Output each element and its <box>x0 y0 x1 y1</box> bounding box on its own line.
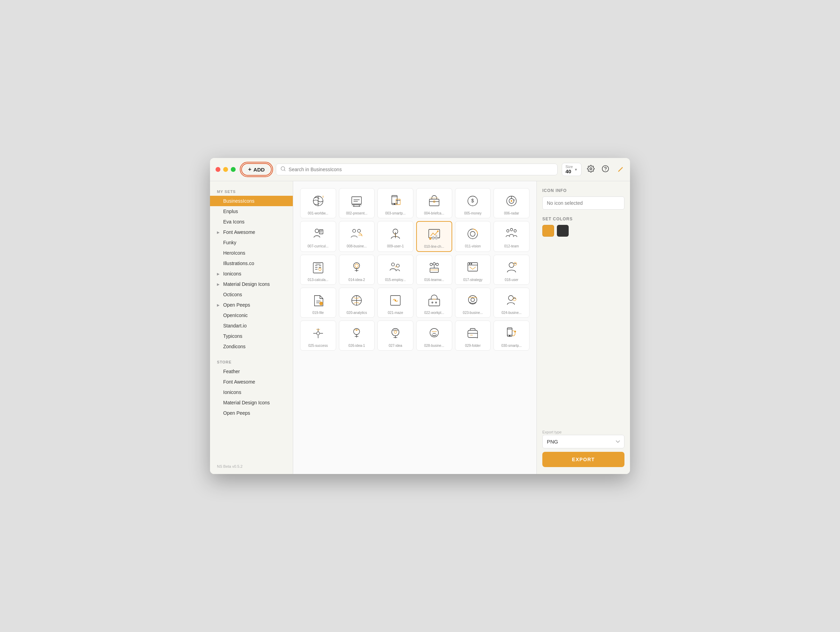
icons-grid: $001-worldw...002-present...003-smartp..… <box>300 188 529 351</box>
icon-label-008: 008-busine... <box>341 244 373 248</box>
icon-cell-017[interactable]: 017-strategy <box>455 255 491 285</box>
icon-cell-011[interactable]: 011-vision <box>455 221 491 252</box>
svg-point-52 <box>514 230 516 232</box>
icon-cell-003[interactable]: 003-smartp... <box>377 188 414 218</box>
minimize-button[interactable] <box>223 167 228 172</box>
svg-point-86 <box>395 299 396 301</box>
icon-cell-006[interactable]: 006-radar <box>493 188 529 218</box>
sidebar-item-funky[interactable]: Funky <box>210 237 293 248</box>
settings-icon[interactable] <box>586 164 596 176</box>
sidebar-item-materialdesignicons[interactable]: ▶Material Design Icons <box>210 279 293 289</box>
icon-cell-023[interactable]: 023-busine... <box>455 288 491 318</box>
icon-cell-021[interactable]: 021-maze <box>377 288 414 318</box>
icon-cell-026[interactable]: 026-idea-1 <box>339 321 375 351</box>
icon-cell-020[interactable]: 020-analytics <box>339 288 375 318</box>
icon-cell-008[interactable]: 008-busine... <box>339 221 375 252</box>
sidebar-item-fontawesome[interactable]: ▶Font Awesome <box>210 227 293 237</box>
store-item-label: Font Awesome <box>223 379 255 385</box>
sidebar-item-openpeeps[interactable]: ▶Open Peeps <box>210 300 293 310</box>
icon-cell-001[interactable]: $001-worldw... <box>300 188 336 218</box>
close-button[interactable] <box>216 167 220 172</box>
sidebar-item-evaicons[interactable]: Eva Icons <box>210 216 293 227</box>
icon-image-005: $ <box>464 193 481 209</box>
icon-label-030: 030-smartp... <box>496 344 527 348</box>
icon-cell-015[interactable]: 015-employ... <box>377 255 414 285</box>
sidebar-item-businessicons[interactable]: BusinessIcons <box>210 196 293 206</box>
sidebar-my-sets: BusinessIconsEnplusEva Icons▶Font Awesom… <box>210 196 293 352</box>
icon-cell-027[interactable]: 027-idea <box>377 321 414 351</box>
store-item-ioniconsstore[interactable]: Ionicons <box>210 387 293 397</box>
icon-cell-009[interactable]: 009-user-1 <box>377 221 414 252</box>
color-swatch-0[interactable] <box>542 225 554 237</box>
sidebar-item-heroicons[interactable]: HeroIcons <box>210 248 293 258</box>
icon-cell-005[interactable]: $005-money <box>455 188 491 218</box>
app-window: + ADD Size 40 ▼ <box>210 158 630 474</box>
help-icon[interactable] <box>600 164 611 176</box>
sidebar-item-ionicons[interactable]: ▶Ionicons <box>210 269 293 279</box>
sidebar-item-enplus[interactable]: Enplus <box>210 206 293 216</box>
plus-icon: + <box>248 166 251 172</box>
sidebar-item-label: Open Peeps <box>223 302 250 308</box>
icon-image-016 <box>426 259 442 276</box>
icon-image-020 <box>348 292 365 309</box>
sidebar-item-label: Ionicons <box>223 271 241 276</box>
add-button[interactable]: + ADD <box>241 163 272 176</box>
size-control[interactable]: Size 40 ▼ <box>562 163 581 176</box>
svg-point-67 <box>430 263 433 266</box>
sidebar-item-label: Enplus <box>223 209 238 214</box>
export-type-select[interactable]: PNGSVGJPG <box>542 435 624 448</box>
icon-cell-018[interactable]: 018-user <box>493 255 529 285</box>
sidebar-item-illustrationsco[interactable]: Illustrations.co <box>210 258 293 269</box>
icon-image-001: $ <box>310 193 327 209</box>
store-item-fontawesomestore[interactable]: Font Awesome <box>210 377 293 387</box>
search-input[interactable] <box>289 167 553 172</box>
export-type-label: Export type <box>542 430 624 434</box>
store-item-materialdesigniconsstore[interactable]: Material Design Icons <box>210 397 293 408</box>
sidebar-item-openiconic[interactable]: OpenIconic <box>210 310 293 321</box>
icon-label-005: 005-money <box>458 211 489 215</box>
icon-cell-024[interactable]: 024-busine... <box>493 288 529 318</box>
icon-cell-007[interactable]: 007-curricul... <box>300 221 336 252</box>
store-item-featherstore[interactable]: Feather <box>210 366 293 377</box>
sidebar-item-label: Material Design Icons <box>223 281 270 287</box>
icon-cell-004[interactable]: 004-briefca... <box>416 188 452 218</box>
icon-cell-029[interactable]: 029-folder <box>455 321 491 351</box>
export-button[interactable]: EXPORT <box>542 452 624 467</box>
svg-text:$: $ <box>471 198 474 204</box>
svg-point-94 <box>508 295 513 300</box>
svg-point-77 <box>509 263 514 267</box>
icon-image-011 <box>464 226 481 242</box>
icon-cell-019[interactable]: 019-file <box>300 288 336 318</box>
svg-point-50 <box>507 230 509 232</box>
sidebar-item-octicons[interactable]: Octicons <box>210 289 293 300</box>
svg-point-89 <box>435 302 437 303</box>
icon-cell-030[interactable]: 030-smartp... <box>493 321 529 351</box>
icon-cell-028[interactable]: 028-busine... <box>416 321 452 351</box>
svg-point-68 <box>436 263 438 266</box>
svg-point-51 <box>510 228 513 231</box>
color-swatch-1[interactable] <box>557 225 568 237</box>
sidebar-item-label: Zondicons <box>223 344 246 349</box>
sidebar-item-zondicons[interactable]: Zondicons <box>210 341 293 352</box>
maximize-button[interactable] <box>231 167 236 172</box>
sidebar-item-standartio[interactable]: Standart.io <box>210 321 293 331</box>
icon-cell-010[interactable]: 010-line-ch... <box>416 221 452 252</box>
sidebar-item-typicons[interactable]: Typicons <box>210 331 293 341</box>
sidebar-store: FeatherFont AwesomeIoniconsMaterial Desi… <box>210 366 293 418</box>
sidebar-item-label: Illustrations.co <box>223 261 254 266</box>
expand-arrow-icon: ▶ <box>217 283 221 286</box>
icon-name-input[interactable] <box>542 196 624 210</box>
svg-rect-87 <box>429 299 440 306</box>
icon-image-029 <box>464 325 481 342</box>
icon-cell-016[interactable]: 016-teamw... <box>416 255 452 285</box>
icon-cell-012[interactable]: 012-team <box>493 221 529 252</box>
icon-image-028 <box>426 325 442 342</box>
icon-cell-014[interactable]: 014-idea-2 <box>339 255 375 285</box>
icon-cell-025[interactable]: 025-success <box>300 321 336 351</box>
icon-cell-013[interactable]: 013-calcula... <box>300 255 336 285</box>
icon-image-022 <box>426 292 442 309</box>
icon-cell-022[interactable]: 022-workpl... <box>416 288 452 318</box>
icon-cell-002[interactable]: 002-present... <box>339 188 375 218</box>
store-item-openpeepsstore[interactable]: Open Peeps <box>210 408 293 418</box>
svg-rect-19 <box>396 199 400 205</box>
